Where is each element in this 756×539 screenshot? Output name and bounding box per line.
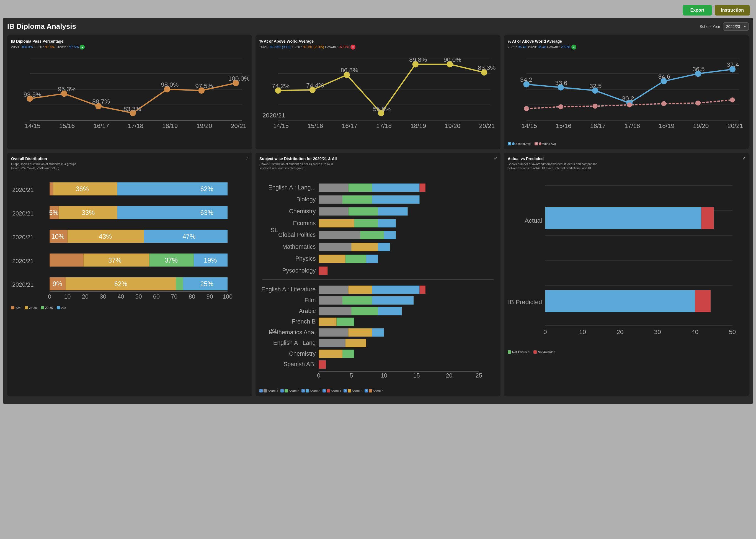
svg-text:10%: 10% [51,233,64,240]
svg-text:Arabic: Arabic [299,307,316,314]
svg-rect-190 [319,317,336,326]
svg-point-75 [593,104,598,109]
svg-rect-159 [378,219,396,227]
svg-rect-182 [372,285,419,294]
svg-text:19/20: 19/20 [196,122,212,129]
svg-text:Physics: Physics [295,255,316,262]
svg-rect-199 [319,360,326,369]
chart6-legend: Not Awarded Not Awarded [508,350,745,354]
svg-rect-168 [366,255,378,263]
svg-rect-183 [419,285,425,294]
svg-rect-187 [319,307,351,315]
svg-text:40: 40 [692,328,698,335]
dashboard: IB Diploma Analysis School Year 2022/23 … [3,18,753,404]
svg-text:36%: 36% [76,185,89,193]
svg-text:15: 15 [413,372,420,379]
svg-text:Mathematics: Mathematics [282,244,315,250]
svg-point-79 [730,98,735,103]
svg-rect-213 [545,207,701,229]
svg-text:2020/21: 2020/21 [12,210,34,217]
svg-text:80: 80 [189,293,195,300]
svg-text:89.8%: 89.8% [409,56,427,63]
svg-text:34.6: 34.6 [658,73,670,80]
svg-rect-181 [348,285,372,294]
svg-text:10: 10 [64,293,71,300]
svg-text:17/18: 17/18 [128,122,143,129]
chart5-expand-icon[interactable]: ⤢ [494,156,497,160]
svg-text:20: 20 [616,328,623,335]
instruction-button[interactable]: Instruction [715,5,750,16]
svg-rect-148 [348,183,372,192]
svg-text:17/18: 17/18 [625,122,640,129]
svg-text:2020/21: 2020/21 [12,258,34,264]
chart-above-avg: % At or Above World Average 20/21: 83.33… [255,35,501,149]
svg-text:Actual: Actual [524,217,542,224]
svg-text:Global Politics: Global Politics [278,232,316,238]
school-year-label: School Year [700,24,720,29]
svg-text:100: 100 [223,293,233,300]
svg-text:14/15: 14/15 [521,122,537,129]
svg-text:SL: SL [270,227,278,234]
svg-rect-169 [319,267,327,275]
svg-text:60: 60 [153,293,160,300]
svg-text:English A : Lang: English A : Lang [273,340,316,346]
svg-rect-217 [695,290,711,312]
svg-text:37.4: 37.4 [727,61,739,68]
chart1-title: IB Diploma Pass Percentage [11,39,248,43]
svg-rect-196 [345,339,366,347]
svg-text:95.3%: 95.3% [58,86,76,93]
svg-text:9%: 9% [53,280,62,287]
svg-rect-149 [372,183,419,192]
svg-text:15/16: 15/16 [308,122,323,129]
svg-text:2020/21: 2020/21 [12,281,34,288]
svg-text:86.8%: 86.8% [340,67,358,74]
svg-text:Chemistry: Chemistry [289,208,316,214]
svg-text:16/17: 16/17 [590,122,606,129]
svg-rect-192 [319,328,348,337]
chart6-title: Actual vs Predicted [508,157,597,161]
chart4-legend: <24 24-28 29-35 >35 [11,306,248,309]
svg-text:0: 0 [317,372,320,379]
chart-actual-predicted: Actual vs Predicted Shows number of awar… [504,153,749,396]
svg-text:20/21: 20/21 [727,122,743,129]
svg-text:100.0%: 100.0% [228,75,249,82]
svg-text:19/20: 19/20 [445,122,460,129]
chart4-title: Overall Distribution [11,157,76,161]
svg-text:62%: 62% [200,185,213,193]
svg-text:IB  Predicted: IB Predicted [508,298,542,305]
svg-rect-160 [319,231,360,239]
svg-point-78 [696,101,701,106]
svg-text:63%: 63% [200,209,213,216]
svg-text:Spanish AB:: Spanish AB: [284,361,316,367]
svg-text:50: 50 [135,293,142,300]
svg-text:33%: 33% [82,209,95,216]
svg-text:90.0%: 90.0% [444,56,461,63]
svg-rect-163 [319,243,351,251]
svg-rect-186 [372,296,414,304]
svg-text:14/15: 14/15 [25,122,40,129]
chart2-svg: 74.2% 74.4% 86.8% 55.6% 89.8% 90.0% 83.3… [259,52,497,133]
export-button[interactable]: Export [683,5,712,16]
chart2-growth-icon: ▼ [350,44,355,49]
school-year-select[interactable]: 2022/23 2021/22 2020/21 2019/20 [723,23,749,31]
svg-text:English A : Lang...: English A : Lang... [268,184,315,191]
chart3-stats: 20/21: 36.48 19/20: 36.48 Growth : 2.52%… [508,44,745,49]
chart4-subtitle: Graph shows distribution of students in … [11,162,76,171]
svg-text:88.7%: 88.7% [92,98,110,105]
svg-text:43%: 43% [99,233,112,240]
chart3-legend: ✓ School Avg ✓ World Avg [508,142,745,145]
chart2-title: % At or Above World Average [259,39,497,43]
chart5-title: Subject wise Distribution for 2020/21 & … [259,157,337,161]
svg-rect-112 [49,254,83,267]
svg-text:74.4%: 74.4% [306,82,324,89]
school-year-select-wrapper[interactable]: 2022/23 2021/22 2020/21 2019/20 [723,23,749,31]
chart4-expand-icon[interactable]: ⤢ [245,156,249,160]
svg-text:10: 10 [579,328,586,335]
svg-rect-150 [419,183,425,192]
dashboard-header: IB Diploma Analysis School Year 2022/23 … [7,22,749,31]
svg-rect-154 [319,207,348,215]
svg-text:32.5: 32.5 [589,83,601,90]
svg-text:37%: 37% [108,257,121,264]
chart6-expand-icon[interactable]: ⤢ [742,156,745,160]
svg-text:70: 70 [171,293,177,300]
